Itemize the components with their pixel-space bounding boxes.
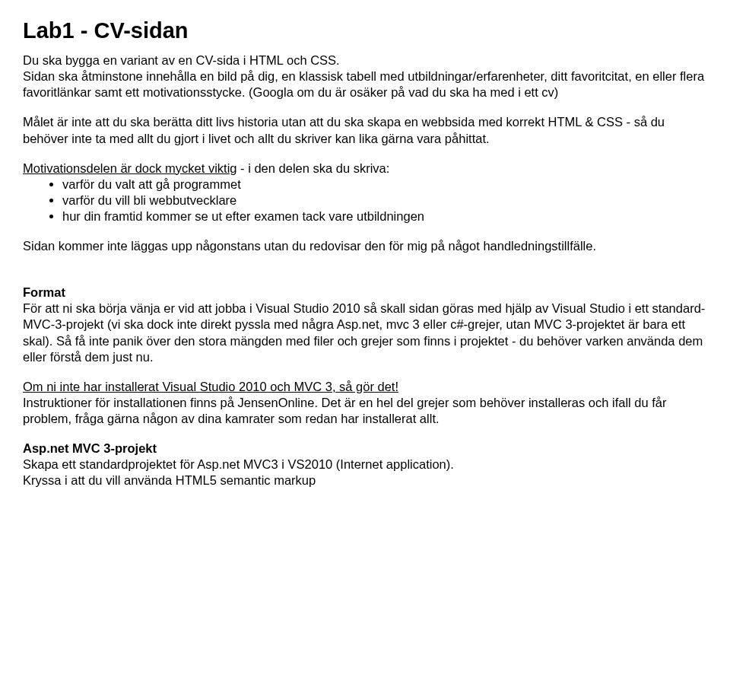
format-heading: Format — [23, 285, 707, 301]
list-item: hur din framtid kommer se ut efter exame… — [62, 208, 707, 224]
publish-note: Sidan kommer inte läggas upp någonstans … — [23, 238, 707, 254]
motivation-lead-underlined: Motivationsdelen är dock mycket viktig — [23, 161, 237, 175]
motivation-lead: Motivationsdelen är dock mycket viktig -… — [23, 161, 707, 177]
install-rest: Instruktioner för installationen finns p… — [23, 396, 667, 425]
project-body: Skapa ett standardprojektet för Asp.net … — [23, 457, 707, 488]
project-heading: Asp.net MVC 3-projekt — [23, 441, 707, 457]
page-title: Lab1 - CV-sidan — [23, 17, 707, 45]
motivation-lead-rest: - i den delen ska du skriva: — [237, 161, 390, 175]
format-body: För att ni ska börja vänja er vid att jo… — [23, 301, 707, 364]
motivation-list: varför du valt att gå programmet varför … — [23, 177, 707, 224]
project-line-2: Kryssa i att du vill använda HTML5 seman… — [23, 473, 316, 487]
intro-paragraph: Du ska bygga en variant av en CV-sida i … — [23, 52, 707, 100]
install-paragraph: Om ni inte har installerat Visual Studio… — [23, 379, 707, 427]
list-item: varför du vill bli webbutvecklare — [62, 192, 707, 208]
install-underlined: Om ni inte har installerat Visual Studio… — [23, 380, 398, 393]
project-line-1: Skapa ett standardprojektet för Asp.net … — [23, 457, 454, 471]
list-item: varför du valt att gå programmet — [62, 177, 707, 192]
goal-paragraph: Målet är inte att du ska berätta ditt li… — [23, 114, 707, 146]
